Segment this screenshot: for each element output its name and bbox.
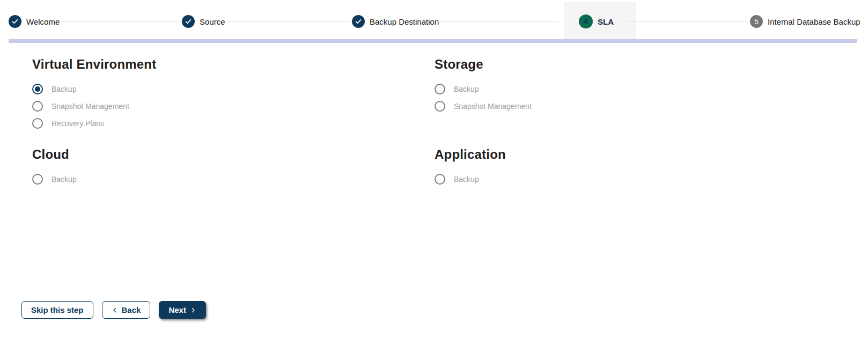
- back-button[interactable]: Back: [102, 301, 151, 319]
- section-storage: Storage Backup Snapshot Management: [435, 57, 868, 132]
- section-virtual-environment: Virtual Environment Backup Snapshot Mana…: [32, 57, 435, 132]
- wizard-footer: Skip this step Back Next: [21, 301, 206, 319]
- radio-button[interactable]: [435, 101, 445, 112]
- radio-label: Snapshot Management: [454, 102, 532, 111]
- step-label: Backup Destination: [370, 17, 439, 26]
- step-sla-current[interactable]: 4 SLA: [579, 14, 614, 28]
- skip-this-step-button[interactable]: Skip this step: [21, 301, 93, 319]
- step-backup-destination[interactable]: Backup Destination: [352, 14, 439, 28]
- section-title: Cloud: [32, 147, 435, 162]
- radio-button[interactable]: [32, 174, 43, 185]
- section-application: Application Backup: [435, 147, 868, 188]
- radio-row-storage-snapshot-management[interactable]: Snapshot Management: [435, 98, 868, 115]
- radio-row-ve-snapshot-management[interactable]: Snapshot Management: [32, 98, 435, 115]
- step-label: SLA: [598, 17, 614, 26]
- section-title: Application: [435, 147, 868, 162]
- step-number-badge: 5: [750, 15, 763, 28]
- step-connector: [438, 21, 558, 22]
- sla-options-content: Virtual Environment Backup Snapshot Mana…: [0, 45, 868, 203]
- radio-label: Backup: [454, 175, 479, 184]
- step-internal-database-backup: 5 Internal Database Backup: [750, 14, 860, 28]
- section-title: Virtual Environment: [32, 57, 435, 72]
- radio-button[interactable]: [435, 84, 445, 94]
- step-connector: [227, 21, 351, 22]
- step-welcome[interactable]: Welcome: [9, 14, 60, 28]
- step-label: Source: [200, 17, 225, 26]
- section-cloud: Cloud Backup: [32, 147, 435, 188]
- radio-row-ve-recovery-plans[interactable]: Recovery Plans: [32, 115, 435, 132]
- step-completed-check-icon: [9, 15, 21, 28]
- radio-row-storage-backup[interactable]: Backup: [435, 80, 868, 98]
- step-source[interactable]: Source: [182, 14, 225, 28]
- step-connector: [62, 21, 181, 22]
- wizard-stepper: Welcome Source Backup Destination 4 SLA …: [0, 0, 868, 45]
- skip-this-step-label: Skip this step: [31, 305, 84, 314]
- radio-row-application-backup[interactable]: Backup: [435, 171, 868, 188]
- radio-label: Backup: [454, 85, 479, 93]
- radio-button[interactable]: [32, 101, 43, 112]
- step-label: Welcome: [26, 17, 60, 26]
- step-completed-check-icon: [182, 15, 195, 28]
- radio-label: Recovery Plans: [52, 119, 104, 128]
- next-button[interactable]: Next: [159, 301, 206, 319]
- radio-button[interactable]: [32, 118, 43, 129]
- step-connector: [627, 21, 748, 22]
- next-label: Next: [168, 305, 186, 314]
- step-label: Internal Database Backup: [768, 17, 860, 26]
- section-title: Storage: [435, 57, 868, 72]
- radio-row-ve-backup[interactable]: Backup: [32, 80, 435, 98]
- radio-button[interactable]: [32, 84, 43, 94]
- radio-row-cloud-backup[interactable]: Backup: [32, 171, 435, 188]
- radio-label: Backup: [52, 175, 77, 184]
- back-label: Back: [122, 305, 141, 314]
- step-completed-check-icon: [352, 15, 365, 28]
- radio-button[interactable]: [435, 174, 445, 185]
- chevron-right-icon: [190, 307, 196, 313]
- chevron-left-icon: [112, 307, 118, 313]
- step-number-badge: 4: [579, 14, 593, 28]
- radio-label: Backup: [52, 85, 77, 93]
- radio-label: Snapshot Management: [52, 102, 129, 111]
- wizard-progress-track: [9, 39, 857, 43]
